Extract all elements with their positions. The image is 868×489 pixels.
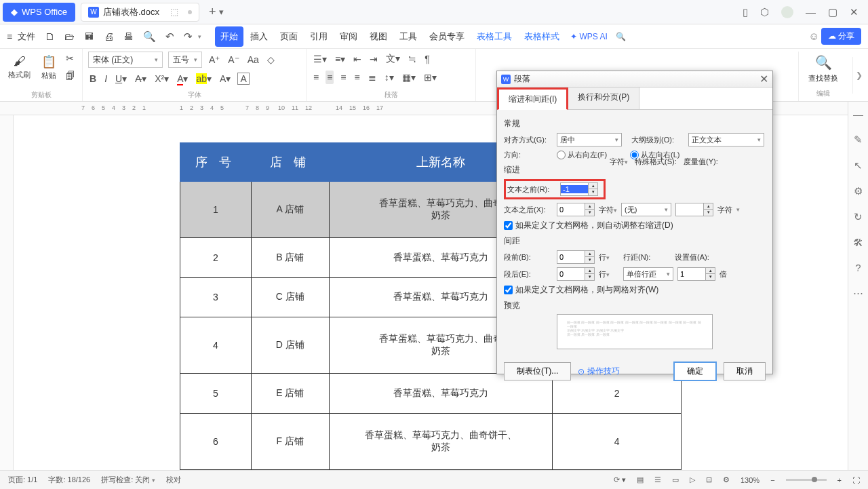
superscript-icon[interactable]: X²▾ (153, 72, 170, 85)
sidebar-redo-icon[interactable]: ↻ (854, 211, 863, 223)
underline-icon[interactable]: U▾ (114, 72, 128, 85)
quickbar-dropdown[interactable]: ▾ (198, 33, 201, 40)
sidebar-more-icon[interactable]: ⋯ (853, 287, 863, 299)
outline-select[interactable]: 正文文本▾ (688, 133, 764, 146)
view-outline-icon[interactable]: ☰ (654, 475, 661, 484)
tab-line-page-breaks[interactable]: 换行和分页(P) (568, 87, 639, 109)
proofing-status[interactable]: 校对 (166, 475, 181, 485)
avatar-icon[interactable] (781, 6, 793, 18)
special-format-select[interactable]: (无)▾ (621, 203, 671, 216)
copy-icon[interactable]: 🗐 (64, 69, 77, 83)
find-icon[interactable]: 🔍 (815, 54, 832, 71)
align-justify-icon[interactable]: ≡ (353, 71, 361, 84)
zoom-out-icon[interactable]: − (770, 476, 774, 484)
cut-icon[interactable]: ✂ (64, 52, 77, 65)
format-brush-button[interactable]: 🖌 格式刷 (5, 53, 33, 81)
auto-indent-checkbox[interactable]: 如果定义了文档网格，则自动调整右缩进(D) (504, 220, 766, 231)
sidebar-tools-icon[interactable]: 🛠 (853, 237, 863, 248)
align-center-icon[interactable]: ≡ (326, 71, 334, 84)
new-tab-button[interactable]: + (209, 5, 216, 19)
tab-review[interactable]: 审阅 (334, 26, 363, 47)
find-replace-label[interactable]: 查找替换 (808, 73, 838, 83)
distributed-icon[interactable]: ≣ (367, 71, 378, 84)
zoom-in-icon[interactable]: + (837, 476, 842, 484)
export-icon[interactable]: 🖨 (100, 28, 118, 45)
italic-icon[interactable]: I (103, 72, 108, 85)
increase-font-icon[interactable]: A⁺ (208, 53, 221, 66)
minimize-icon[interactable]: — (806, 6, 816, 18)
view-web-icon[interactable]: ▭ (672, 475, 679, 484)
increase-indent-icon[interactable]: ⇥ (368, 52, 379, 66)
zoom-level[interactable]: 130% (741, 476, 760, 484)
view-print-icon[interactable]: ▤ (637, 475, 644, 484)
tab-table-styles[interactable]: 表格样式 (519, 26, 565, 47)
decrease-indent-icon[interactable]: ⇤ (352, 52, 363, 66)
ok-button[interactable]: 确定 (673, 361, 717, 381)
after-text-spinner[interactable]: ▴▾ (557, 203, 595, 216)
decrease-font-icon[interactable]: A⁻ (226, 53, 240, 66)
sidebar-help-icon[interactable]: ? (855, 262, 861, 273)
print-icon[interactable]: 🖶 (119, 28, 138, 45)
set-value-spinner[interactable]: ▴▾ (677, 267, 715, 281)
tab-dropdown[interactable]: ▾ (219, 7, 224, 17)
bullet-list-icon[interactable]: ☰▾ (312, 52, 328, 66)
numbered-list-icon[interactable]: ≡▾ (334, 52, 347, 66)
tab-references[interactable]: 引用 (304, 26, 333, 47)
font-size-select[interactable]: 五号▾ (168, 52, 202, 68)
paste-button[interactable]: 📋 粘贴 (39, 53, 59, 82)
align-right-icon[interactable]: ≡ (339, 71, 347, 84)
wps-ai-button[interactable]: ✦ WPS AI (570, 32, 608, 41)
undo-icon[interactable]: ↶ (161, 28, 178, 45)
line-spacing-select[interactable]: 单倍行距▾ (623, 267, 673, 281)
before-text-spinner[interactable]: ▴▾ (560, 182, 598, 196)
tab-insert[interactable]: 插入 (245, 26, 273, 47)
sync-status-icon[interactable]: ⟳ ▾ (614, 475, 626, 484)
show-marks-icon[interactable]: ¶ (423, 52, 431, 66)
char-border-icon[interactable]: A (237, 73, 249, 85)
sidebar-edit-icon[interactable]: ✎ (854, 134, 863, 146)
file-menu[interactable]: 文件 (18, 31, 35, 43)
tips-link[interactable]: ⊙操作技巧 (578, 366, 620, 377)
sort-icon[interactable]: ≒ (407, 52, 418, 66)
shading-icon[interactable]: ▦▾ (401, 71, 417, 84)
share-button[interactable]: ☁ 分享 (821, 28, 861, 45)
word-count[interactable]: 字数: 18/126 (48, 475, 90, 485)
tab-member[interactable]: 会员专享 (424, 26, 470, 47)
sidebar-settings-icon[interactable]: ⚙ (854, 185, 863, 197)
sidebar-cursor-icon[interactable]: ↖ (854, 159, 863, 172)
new-doc-icon[interactable]: 🗋 (41, 28, 59, 45)
grid-align-checkbox[interactable]: 如果定义了文档网格，则与网格对齐(W) (504, 284, 766, 296)
font-color-icon[interactable]: A▾ (176, 72, 189, 85)
tabs-button[interactable]: 制表位(T)... (504, 362, 571, 380)
text-direction-icon[interactable]: 文▾ (384, 52, 401, 66)
table-row[interactable]: 6F 店铺香草蛋糕、草莓巧克力、曲奇饼干、奶茶4 (180, 413, 682, 469)
dialog-close-icon[interactable]: ✕ (760, 73, 768, 85)
preview-icon[interactable]: 🔍 (139, 28, 160, 45)
app-badge[interactable]: ◆ WPS Office (3, 3, 75, 22)
bold-icon[interactable]: B (88, 72, 98, 85)
spell-check-status[interactable]: 拼写检查: 关闭 ▾ (101, 475, 155, 485)
tab-view[interactable]: 视图 (364, 26, 393, 47)
document-tab[interactable]: W 店铺表格.docx ⬚ (81, 3, 199, 22)
highlight-icon[interactable]: ab▾ (195, 72, 213, 85)
dialog-titlebar[interactable]: W 段落 ✕ (497, 71, 772, 87)
ribbon-expand-button[interactable]: ❯ (852, 57, 865, 94)
page-indicator[interactable]: 页面: 1/1 (8, 475, 37, 485)
line-spacing-icon[interactable]: ↕▾ (383, 71, 395, 84)
tab-page[interactable]: 页面 (275, 26, 303, 47)
measure-spinner[interactable]: ▴▾ (675, 203, 713, 216)
tab-tools[interactable]: 工具 (394, 26, 422, 47)
before-para-spinner[interactable]: ▴▾ (557, 250, 595, 264)
zoom-settings-icon[interactable]: ⚙ (723, 475, 730, 484)
tab-indent-spacing[interactable]: 缩进和间距(I) (497, 87, 568, 110)
strikethrough-icon[interactable]: A̶▾ (134, 72, 148, 85)
align-left-icon[interactable]: ≡ (312, 71, 320, 84)
font-effects-icon[interactable]: A▾ (218, 72, 232, 85)
tab-table-tools[interactable]: 表格工具 (471, 26, 517, 47)
open-icon[interactable]: 🗁 (60, 28, 79, 45)
maximize-icon[interactable]: ▢ (828, 6, 837, 18)
view-read-icon[interactable]: ▷ (690, 475, 695, 484)
cube-icon[interactable]: ⬡ (760, 6, 769, 18)
fullscreen-icon[interactable]: ⛶ (852, 476, 860, 484)
sync-icon[interactable]: ⬚ (170, 7, 178, 17)
